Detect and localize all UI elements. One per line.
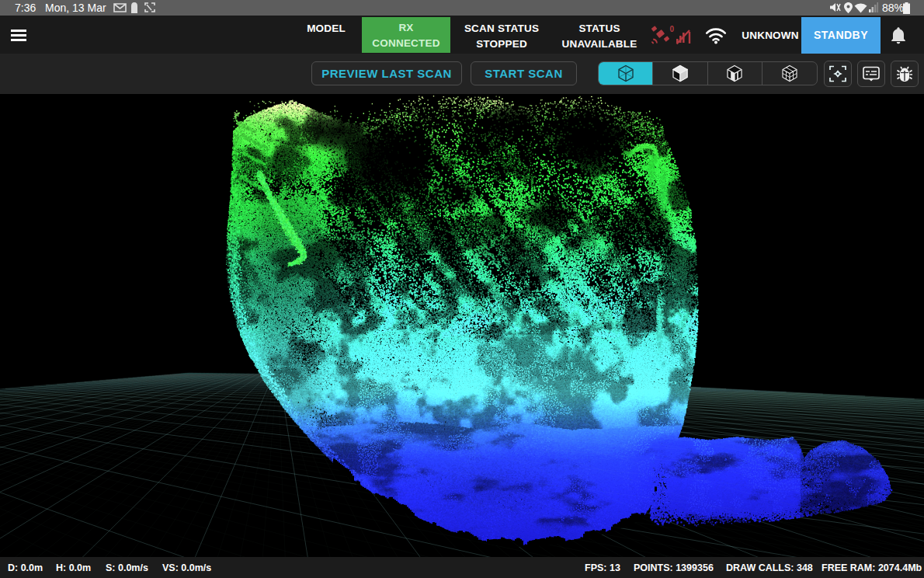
svg-text:0: 0: [670, 25, 675, 33]
